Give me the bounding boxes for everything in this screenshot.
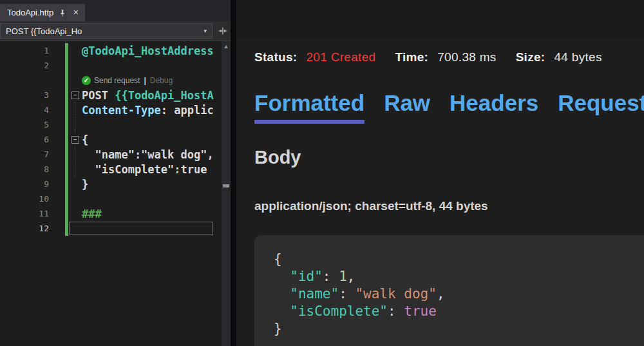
split-editor-icon[interactable] — [218, 26, 228, 36]
response-tabs: Formatted Raw Headers Request — [254, 90, 644, 124]
code-line-8: "isComplete":true — [82, 163, 207, 176]
code-line-6: { — [82, 133, 88, 146]
status-label: Status: — [254, 50, 298, 64]
json-line: "id": 1, — [274, 268, 632, 285]
fold-guide — [75, 117, 75, 132]
current-line-box — [69, 222, 213, 235]
document-tab-strip: TodoApi.http ✕ — [0, 0, 231, 21]
line-number: 4 — [0, 105, 49, 115]
time-label: Time: — [395, 50, 428, 64]
line-number: 10 — [0, 194, 49, 204]
fold-collapse-icon[interactable]: − — [71, 91, 79, 99]
response-pane-top-strip — [236, 0, 644, 37]
code-editor[interactable]: 1 @TodoApi_HostAddress 2 ✓ Send request … — [0, 41, 222, 346]
line-number: 11 — [0, 209, 49, 218]
editor-line-current: 12 — [0, 221, 222, 236]
line-number: 5 — [0, 120, 49, 130]
fold-guide — [75, 162, 75, 177]
document-tab[interactable]: TodoApi.http ✕ — [0, 4, 85, 21]
status-value: 201 Created — [307, 50, 376, 64]
editor-line: 7 "name":"walk dog", — [0, 147, 222, 162]
line-number: 8 — [0, 164, 49, 174]
editor-line: 6 − { — [0, 132, 222, 147]
tab-raw[interactable]: Raw — [384, 90, 430, 124]
tab-headers[interactable]: Headers — [450, 90, 538, 124]
line-number: 1 — [0, 46, 49, 55]
body-heading: Body — [254, 147, 644, 168]
editor-line: 11 ### — [0, 206, 222, 221]
debug-link[interactable]: Debug — [150, 76, 173, 85]
editor-pane: TodoApi.http ✕ POST {{TodoApi_Ho ▾ 1 @To… — [0, 0, 231, 346]
line-number: 9 — [0, 179, 49, 189]
request-selector-dropdown[interactable]: POST {{TodoApi_Ho ▾ — [0, 23, 213, 39]
http-toolbar: POST {{TodoApi_Ho ▾ — [0, 21, 231, 41]
chevron-down-icon: ▾ — [204, 28, 207, 34]
codelens-separator: | — [144, 76, 146, 85]
code-line-9: } — [82, 178, 88, 191]
scroll-up-icon[interactable]: ▲ — [222, 41, 231, 50]
size-value: 44 bytes — [554, 50, 602, 64]
scrollbar-thumb[interactable] — [223, 184, 229, 187]
editor-line: 2 — [0, 58, 222, 73]
size-group: Size: 44 bytes — [516, 50, 602, 64]
editor-line: 10 — [0, 191, 222, 206]
editor-line: 9 } — [0, 177, 222, 191]
time-value: 700.38 ms — [437, 50, 496, 64]
json-line: { — [274, 251, 632, 268]
fold-collapse-icon[interactable]: − — [71, 136, 79, 144]
check-icon: ✓ — [82, 76, 91, 85]
time-group: Time: 700.38 ms — [395, 50, 496, 64]
code-line-4: Content-Type: applic — [82, 104, 214, 117]
code-line-11: ### — [82, 207, 102, 220]
fold-guide — [75, 102, 75, 117]
pin-icon[interactable] — [59, 9, 66, 17]
content-type-line: application/json; charset=utf-8, 44 byte… — [254, 199, 644, 213]
status-group: Status: 201 Created — [254, 50, 375, 64]
response-pane: Status: 201 Created Time: 700.38 ms Size… — [236, 0, 644, 346]
tab-request[interactable]: Request — [558, 90, 644, 124]
json-line: "name": "walk dog", — [274, 285, 632, 303]
active-tab-underline — [254, 120, 365, 124]
response-status-row: Status: 201 Created Time: 700.38 ms Size… — [254, 50, 644, 64]
fold-guide — [75, 147, 75, 162]
editor-line: 8 "isComplete":true — [0, 162, 222, 177]
request-selector-value: POST {{TodoApi_Ho — [6, 26, 82, 36]
line-number: 3 — [0, 90, 49, 100]
line-number: 2 — [0, 61, 49, 70]
change-bar — [65, 221, 68, 236]
tab-formatted[interactable]: Formatted — [254, 90, 365, 124]
size-label: Size: — [516, 50, 545, 64]
document-tab-title: TodoApi.http — [7, 8, 53, 17]
send-request-link[interactable]: Send request — [94, 76, 140, 85]
close-icon[interactable]: ✕ — [73, 8, 79, 17]
code-line-3: POST {{TodoApi_HostA — [82, 89, 214, 102]
line-number: 7 — [0, 149, 49, 159]
editor-line: 5 — [0, 117, 222, 132]
codelens-row: ✓ Send request | Debug — [0, 73, 222, 88]
line-number: 12 — [0, 224, 49, 233]
response-body-json: { "id": 1, "name": "walk dog", "isComple… — [254, 235, 644, 346]
code-line-1: @TodoApi_HostAddress — [82, 44, 214, 57]
editor-line: 3 − POST {{TodoApi_HostA — [0, 88, 222, 102]
editor-scrollbar[interactable]: ▲ — [222, 41, 231, 346]
pane-splitter[interactable] — [231, 0, 236, 346]
code-line-7: "name":"walk dog", — [82, 148, 214, 161]
json-line: "isComplete": true — [274, 303, 632, 320]
json-line: } — [274, 320, 632, 338]
editor-line: 4 Content-Type: applic — [0, 102, 222, 117]
editor-line: 1 @TodoApi_HostAddress — [0, 43, 222, 58]
line-number: 6 — [0, 135, 49, 144]
